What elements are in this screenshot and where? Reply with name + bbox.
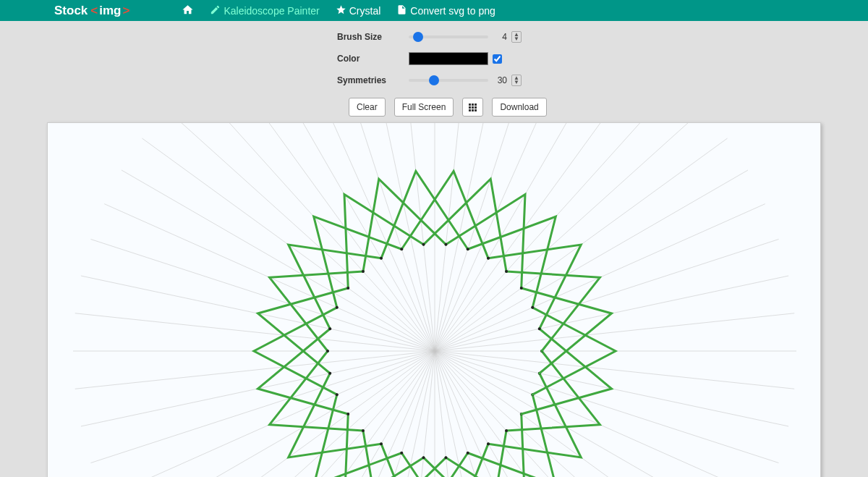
svg-line-1 [435,351,794,389]
brush-size-spinner[interactable]: ▲ ▼ [511,31,522,43]
svg-line-46 [435,123,472,351]
controls-panel: Brush Size 4 ▲ ▼ Color Symmetries 30 ▲ ▼ [0,21,868,117]
svg-point-86 [505,270,508,273]
color-random-checkbox[interactable] [493,54,502,64]
svg-point-84 [467,248,469,250]
grid-button[interactable] [462,98,483,117]
file-icon [396,4,407,17]
svg-line-52 [435,123,677,351]
fullscreen-button[interactable]: Full Screen [394,98,454,117]
download-button[interactable]: Download [492,98,546,117]
star-icon [336,4,346,17]
svg-line-16 [397,351,435,477]
svg-line-55 [435,170,748,351]
svg-point-71 [362,429,365,432]
svg-point-74 [328,372,331,375]
svg-point-66 [467,452,469,455]
logo-text-stock: Stock [54,4,88,18]
svg-point-77 [336,306,339,309]
svg-line-31 [75,313,435,351]
svg-point-73 [336,393,339,396]
symmetries-value: 30 [493,75,507,85]
control-row-color: Color [0,48,868,69]
chevron-down-icon: ▼ [514,80,519,85]
top-navbar: Stock < img > Kaleidoscope Painter Cryst… [0,0,868,21]
kaleidoscope-canvas[interactable] [48,123,821,477]
svg-point-68 [422,456,425,459]
svg-point-81 [400,248,403,250]
svg-line-40 [254,123,435,351]
home-icon [182,4,194,18]
svg-line-35 [122,170,435,351]
grid-icon [469,104,477,111]
svg-line-51 [435,123,647,351]
svg-point-72 [346,413,349,415]
svg-line-7 [435,351,704,477]
nav-label-convert: Convert svg to png [410,5,495,17]
logo-text-img: img [99,4,121,18]
svg-line-50 [435,123,616,351]
svg-point-89 [538,327,541,330]
svg-line-38 [192,123,435,351]
clear-button[interactable]: Clear [349,98,386,117]
svg-point-78 [346,287,349,290]
svg-point-80 [380,257,383,260]
brush-size-label: Brush Size [0,32,409,42]
svg-line-48 [435,123,547,351]
svg-line-42 [323,123,435,351]
symmetries-slider[interactable] [409,79,488,82]
svg-line-44 [397,123,435,351]
color-picker[interactable] [409,52,488,65]
svg-point-64 [505,429,508,432]
symmetries-label: Symmetries [0,75,409,85]
site-logo[interactable]: Stock < img > [54,4,129,18]
chevron-down-icon: ▼ [514,37,519,41]
svg-point-70 [380,442,383,445]
svg-line-59 [435,313,794,351]
brush-size-slider[interactable] [409,35,488,38]
svg-point-88 [531,306,534,309]
svg-point-69 [400,452,403,455]
pencil-icon [210,4,221,17]
symmetries-spinner[interactable]: ▲ ▼ [511,75,522,86]
svg-line-23 [166,351,435,477]
svg-line-39 [222,123,435,351]
canvas-container[interactable] [47,122,821,477]
svg-line-29 [75,351,435,389]
svg-point-67 [444,456,447,459]
svg-point-76 [328,327,331,330]
svg-point-87 [520,287,523,290]
svg-point-83 [444,243,447,246]
svg-point-79 [362,270,365,273]
nav-convert-svg-png[interactable]: Convert svg to png [396,4,495,17]
logo-bracket-left: < [90,4,98,18]
nav-kaleidoscope-painter[interactable]: Kaleidoscope Painter [210,4,319,17]
nav-crystal[interactable]: Crystal [336,4,381,17]
svg-point-85 [487,257,490,260]
svg-line-14 [435,351,472,477]
nav-label-painter: Kaleidoscope Painter [224,5,319,17]
nav-label-crystal: Crystal [349,5,381,17]
brush-size-value: 4 [493,32,507,42]
svg-point-82 [422,243,425,246]
logo-bracket-right: > [122,4,129,18]
svg-point-75 [326,350,329,353]
button-row: Clear Full Screen Download [0,98,868,117]
nav-home[interactable] [182,4,194,18]
control-row-symmetries: Symmetries 30 ▲ ▼ [0,70,868,90]
color-label: Color [0,54,409,64]
svg-point-65 [487,442,490,445]
control-row-brush-size: Brush Size 4 ▲ ▼ [0,27,868,47]
